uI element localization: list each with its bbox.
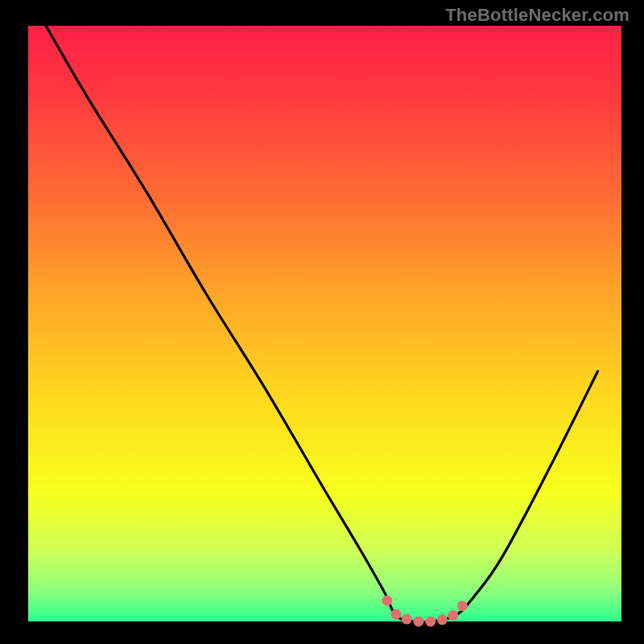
optimal-marker: [425, 617, 436, 627]
bottleneck-chart: [0, 0, 644, 644]
optimal-marker: [402, 614, 412, 625]
optimal-marker: [448, 610, 458, 621]
optimal-marker: [457, 601, 468, 611]
optimal-marker: [437, 614, 448, 625]
optimal-marker: [390, 609, 401, 620]
chart-frame: { "attribution": "TheBottleNecker.com", …: [0, 0, 644, 644]
optimal-marker: [413, 617, 423, 627]
attribution-label: TheBottleNecker.com: [445, 5, 630, 26]
plot-area: [28, 26, 621, 621]
optimal-marker: [382, 596, 392, 606]
